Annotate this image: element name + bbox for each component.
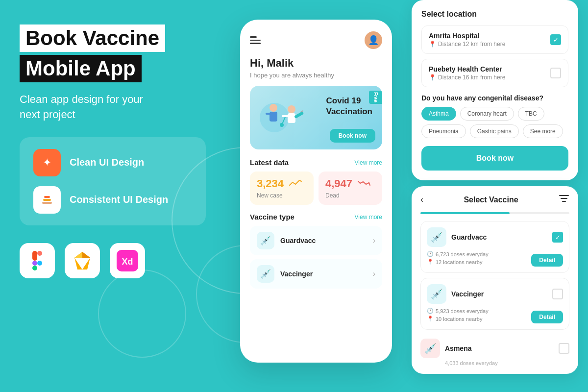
vaccine-banner: Free Covid 19Vaccinat <box>250 86 382 149</box>
svg-point-19 <box>288 105 295 113</box>
clean-ui-label: Clean UI Design <box>70 157 144 168</box>
dead-label: Dead <box>325 192 375 199</box>
clock-icon2: 🕐 <box>427 308 434 314</box>
back-button[interactable]: ‹ <box>420 195 423 205</box>
guardvacc-option-icon: 💉 <box>427 227 446 247</box>
latest-data-view-more[interactable]: View more <box>355 159 382 166</box>
amrita-checkbox[interactable]: ✓ <box>550 34 561 45</box>
latest-data-header: Latest data View more <box>250 158 382 167</box>
latest-data-title: Latest data <box>250 158 289 167</box>
stat-card-new-case: 3,234 New case <box>250 172 314 205</box>
vaccinger-option-checkbox[interactable] <box>552 289 563 299</box>
left-panel: Book Vaccine Mobile App Clean app design… <box>20 24 225 278</box>
vaccinger-option-name: Vaccinger <box>451 290 484 298</box>
hamburger-menu[interactable] <box>250 36 261 44</box>
select-vaccine-panel: ‹ Select Vaccine 💉 Guardvacc ✓ 🕐 <box>412 186 578 374</box>
phone-header: 👤 <box>250 31 382 49</box>
title-block: Book Vaccine Mobile App <box>20 24 225 82</box>
vaccine-panel-title: Select Vaccine <box>427 196 555 204</box>
tag-asthma[interactable]: Asthma <box>421 107 456 121</box>
tag-pneumonia[interactable]: Pneumonia <box>421 124 466 138</box>
filter-icon[interactable] <box>559 194 569 205</box>
vaccine-type-view-more[interactable]: View more <box>355 214 382 220</box>
puebety-checkbox[interactable] <box>550 68 561 78</box>
progress-bar <box>420 212 569 214</box>
svg-rect-3 <box>32 251 37 261</box>
vaccinger-vial-icon: 💉 <box>257 265 274 283</box>
guardvacc-chevron-icon: › <box>373 236 375 245</box>
disease-tags: Asthma Coronary heart TBC Pneumonia Gast… <box>421 107 568 138</box>
greeting-name: Hi, Malik <box>250 57 382 70</box>
puebety-name: Puebety Health Center <box>429 65 505 73</box>
banner-illustration <box>255 91 318 149</box>
disease-question: Do you have any congenital disease? <box>421 94 568 102</box>
vaccine-option-guardvacc[interactable]: 💉 Guardvacc ✓ 🕐 6,723 doses everyday 📍 1… <box>420 221 569 273</box>
banner-book-btn[interactable]: Book now <box>330 129 375 143</box>
svg-rect-5 <box>32 261 37 266</box>
guardvacc-name: Guardvacc <box>280 237 316 245</box>
guardvacc-detail-btn[interactable]: Detail <box>531 254 563 267</box>
subtitle-text: Clean app design for yournext project <box>20 92 225 122</box>
vaccinger-option-icon: 💉 <box>427 284 446 304</box>
location-option-puebety[interactable]: Puebety Health Center 📍 Distance 16 km f… <box>421 59 568 87</box>
vaccine-option-asmena[interactable]: 💉 Asmena <box>420 335 569 358</box>
asmena-icon: 💉 <box>420 339 440 358</box>
greeting-subtitle: I hope you are always healthy <box>250 72 382 79</box>
new-case-trend <box>289 179 302 189</box>
asmena-doses: 4,033 doses everyday <box>420 360 569 366</box>
vaccinger-chevron-icon: › <box>373 270 375 278</box>
guardvacc-doses: 🕐 6,723 doses everyday <box>427 251 489 257</box>
location-option-amrita[interactable]: Amrita Hospital 📍 Distance 12 km from he… <box>421 25 568 54</box>
xd-icon: Xd <box>110 243 145 278</box>
banner-title: Covid 19Vaccination <box>326 96 372 117</box>
svg-point-23 <box>280 123 284 127</box>
new-case-label: New case <box>257 192 307 199</box>
svg-rect-17 <box>266 113 270 115</box>
location-panel: Select location Amrita Hospital 📍 Distan… <box>412 0 578 180</box>
dead-trend <box>357 179 371 189</box>
vaccinger-name: Vaccinger <box>280 270 313 278</box>
svg-rect-1 <box>43 199 51 201</box>
book-now-button[interactable]: Book now <box>421 146 568 171</box>
phone-mockup: 👤 Hi, Malik I hope you are always health… <box>240 20 392 363</box>
tag-see-more[interactable]: See more <box>523 124 563 138</box>
svg-rect-20 <box>288 113 295 123</box>
vaccine-panel-header: ‹ Select Vaccine <box>420 194 569 205</box>
amrita-hospital-name: Amrita Hospital <box>429 32 505 40</box>
stat-card-dead: 4,947 Dead <box>318 172 382 205</box>
vaccine-list-item-vaccinger[interactable]: 💉 Vaccinger › <box>250 259 382 289</box>
clean-ui-icon: ✦ <box>33 149 61 176</box>
svg-rect-4 <box>37 251 42 256</box>
svg-rect-21 <box>282 115 289 117</box>
location-pin-icon: 📍 <box>429 41 436 48</box>
feature-item-clean-ui: ✦ Clean UI Design <box>33 149 192 176</box>
right-panels: Select location Amrita Hospital 📍 Distan… <box>412 0 578 392</box>
progress-fill <box>420 212 510 214</box>
svg-rect-18 <box>272 113 277 115</box>
vaccine-option-vaccinger[interactable]: 💉 Vaccinger 🕐 5,923 doses everyday 📍 10 … <box>420 278 569 330</box>
guardvacc-option-checkbox[interactable]: ✓ <box>552 232 563 243</box>
svg-rect-0 <box>42 202 52 204</box>
tag-gastric[interactable]: Gastric pains <box>470 124 519 138</box>
title-line2-text: Mobile App <box>25 57 136 80</box>
svg-text:Xd: Xd <box>122 257 133 267</box>
vaccine-type-title: Vaccine type <box>250 213 294 221</box>
location-pin-icon2: 📍 <box>429 74 436 81</box>
svg-rect-2 <box>44 196 50 198</box>
dead-value: 4,947 <box>325 177 375 190</box>
asmena-name: Asmena <box>445 344 471 352</box>
guardvacc-locations: 📍 12 locations nearby <box>427 259 489 265</box>
svg-point-15 <box>270 104 277 112</box>
asmena-checkbox[interactable] <box>559 343 569 354</box>
tag-coronary[interactable]: Coronary heart <box>460 107 514 121</box>
vaccinger-locations: 📍 10 locations nearby <box>427 316 489 322</box>
vaccine-list-item-guardvacc[interactable]: 💉 Guardvacc › <box>250 226 382 255</box>
vaccinger-detail-btn[interactable]: Detail <box>531 311 563 323</box>
figma-icon <box>20 243 55 278</box>
puebety-dist: 📍 Distance 16 km from here <box>429 74 505 81</box>
tag-tbc[interactable]: TBC <box>518 107 544 121</box>
feature-item-consistent-ui: Consistent UI Design <box>33 186 192 214</box>
clock-icon: 🕐 <box>427 251 434 257</box>
svg-point-6 <box>37 261 42 266</box>
svg-rect-7 <box>32 266 37 270</box>
